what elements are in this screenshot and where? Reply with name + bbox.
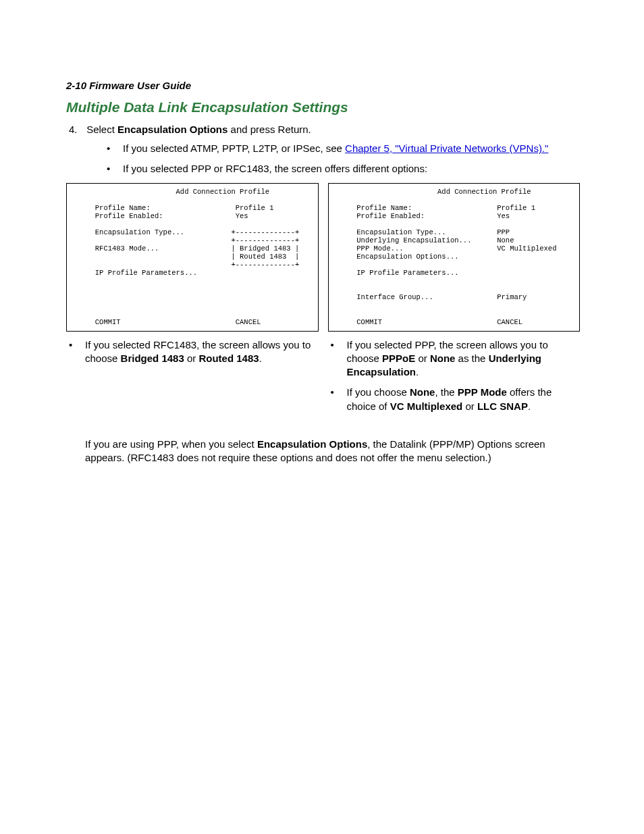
step-number: 4. — [69, 124, 84, 135]
t: or — [184, 353, 199, 364]
two-column-notes: If you selected RFC1483, the screen allo… — [66, 338, 580, 420]
t: If you are using PPP, when you select — [85, 438, 257, 450]
right-bullet-list: If you selected PPP, the screen allows y… — [328, 338, 581, 413]
t: . — [416, 366, 419, 377]
t: Bridged 1483 — [121, 353, 184, 364]
link-chapter-5-vpn[interactable]: Chapter 5, "Virtual Private Networks (VP… — [345, 142, 548, 154]
t: VC Multiplexed — [390, 400, 463, 412]
top-bullet-list: If you selected ATMP, PPTP, L2TP, or IPS… — [104, 142, 580, 176]
bullet-none-ppp-mode: If you choose None, the PPP Mode offers … — [328, 386, 581, 413]
terminal-panels: Add Connection Profile Profile Name: Pro… — [66, 183, 580, 332]
t: , the — [435, 386, 457, 398]
left-bullet-list: If you selected RFC1483, the screen allo… — [66, 338, 319, 366]
t: LLC SNAP — [477, 400, 528, 412]
t: Encapsulation Options — [257, 438, 367, 450]
page: 2-10 Firmware User Guide Multiple Data L… — [0, 0, 644, 834]
t: None — [430, 353, 456, 364]
right-column: If you selected PPP, the screen allows y… — [328, 338, 581, 420]
t: . — [528, 400, 531, 412]
t: PPPoE — [382, 353, 415, 364]
bullet-vpn: If you selected ATMP, PPTP, L2TP, or IPS… — [104, 142, 580, 155]
panel-right-ppp: Add Connection Profile Profile Name: Pro… — [328, 183, 581, 332]
bullet-ppp-rfc: If you selected PPP or RFC1483, the scre… — [104, 162, 580, 176]
t: as the — [455, 353, 488, 364]
t: If you choose — [347, 386, 410, 398]
t: None — [410, 386, 435, 398]
step-text-bold: Encapsulation Options — [117, 124, 227, 135]
step-4: 4. Select Encapsulation Options and pres… — [69, 124, 580, 135]
t: PPP Mode — [458, 386, 507, 398]
bullet-vpn-pre: If you selected ATMP, PPTP, L2TP, or IPS… — [123, 142, 345, 154]
t: or — [462, 400, 477, 412]
t: Routed 1483 — [198, 353, 259, 364]
section-title: Multiple Data Link Encapsulation Setting… — [66, 99, 580, 115]
bullet-rfc1483-choice: If you selected RFC1483, the screen allo… — [66, 338, 319, 366]
step-text-pre: Select — [86, 124, 117, 135]
step-text-post: and press Return. — [227, 124, 311, 135]
panel-left-rfc1483: Add Connection Profile Profile Name: Pro… — [66, 183, 319, 332]
page-header: 2-10 Firmware User Guide — [66, 80, 580, 91]
t: . — [259, 353, 262, 364]
t: or — [415, 353, 430, 364]
bullet-ppp-choice: If you selected PPP, the screen allows y… — [328, 338, 581, 380]
closing-paragraph: If you are using PPP, when you select En… — [85, 438, 580, 465]
left-column: If you selected RFC1483, the screen allo… — [66, 338, 319, 420]
